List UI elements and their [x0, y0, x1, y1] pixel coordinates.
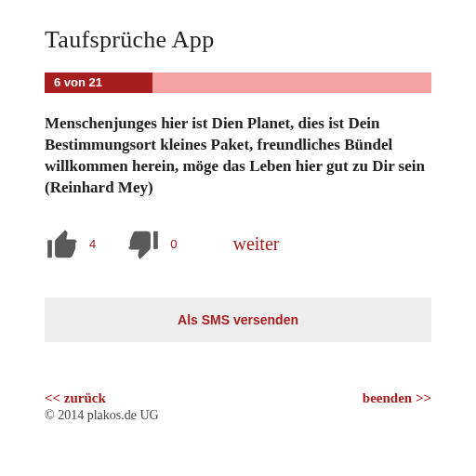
back-button[interactable]: << zurück — [45, 390, 159, 406]
page-title: Taufsprüche App — [45, 26, 431, 54]
progress-bar: 6 von 21 — [45, 73, 431, 93]
end-button[interactable]: beenden >> — [363, 390, 431, 423]
send-sms-button[interactable]: Als SMS versenden — [45, 298, 431, 342]
upvote-count: 4 — [89, 237, 96, 251]
downvote-count: 0 — [170, 237, 177, 251]
copyright-text: © 2014 plakos.de UG — [45, 408, 159, 423]
footer-nav: << zurück © 2014 plakos.de UG beenden >> — [45, 390, 431, 423]
thumbs-up-icon — [45, 227, 80, 262]
quote-text: Menschenjunges hier ist Dien Planet, die… — [45, 113, 431, 199]
vote-row: 4 0 weiter — [45, 227, 431, 262]
upvote-button[interactable]: 4 — [45, 227, 96, 262]
next-button[interactable]: weiter — [232, 233, 279, 255]
thumbs-down-icon — [126, 227, 161, 262]
downvote-button[interactable]: 0 — [126, 227, 177, 262]
progress-label: 6 von 21 — [54, 73, 102, 93]
